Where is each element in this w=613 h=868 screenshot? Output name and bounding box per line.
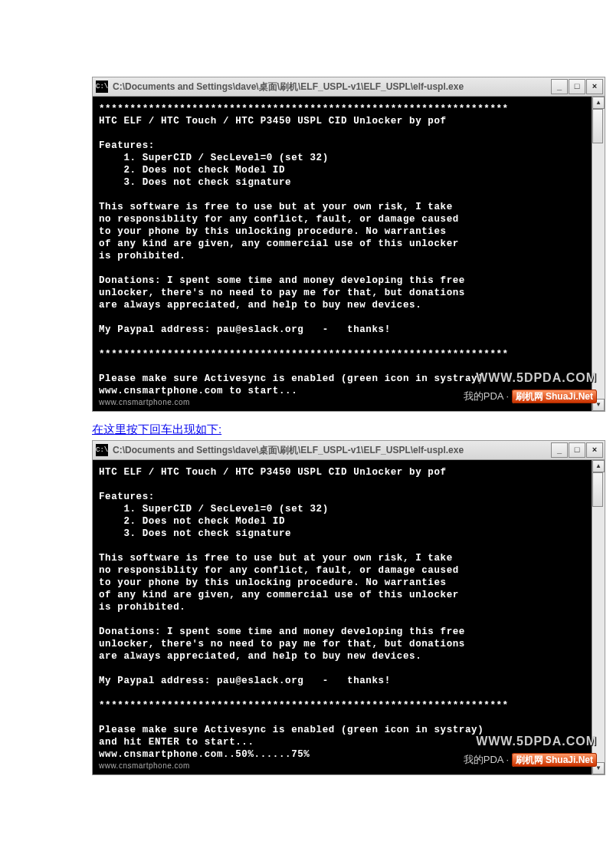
cmd-window-1: C:\ C:\Documents and Settings\dave\桌面\刷机… <box>92 77 605 412</box>
cmd-window-2: C:\ C:\Documents and Settings\dave\桌面\刷机… <box>92 440 605 775</box>
scroll-track[interactable] <box>592 109 605 399</box>
scroll-thumb[interactable] <box>592 109 603 143</box>
close-button[interactable]: × <box>586 79 603 94</box>
window-title: C:\Documents and Settings\dave\桌面\刷机\ELF… <box>113 444 550 457</box>
console-body-2: HTC ELF / HTC Touch / HTC P3450 USPL CID… <box>93 460 605 774</box>
scroll-up-button[interactable]: ▲ <box>592 460 605 472</box>
minimize-button[interactable]: _ <box>551 79 568 94</box>
minimize-button[interactable]: _ <box>551 442 568 458</box>
window-buttons: _ □ × <box>550 442 603 458</box>
close-button[interactable]: × <box>586 442 603 458</box>
scroll-track[interactable] <box>592 472 605 762</box>
scroll-down-button[interactable]: ▼ <box>592 762 605 774</box>
titlebar-1[interactable]: C:\ C:\Documents and Settings\dave\桌面\刷机… <box>93 77 605 97</box>
instruction-text[interactable]: 在这里按下回车出现如下: <box>92 422 221 437</box>
console-output: HTC ELF / HTC Touch / HTC P3450 USPL CID… <box>93 460 592 774</box>
console-body-1: ****************************************… <box>93 97 605 411</box>
titlebar-2[interactable]: C:\ C:\Documents and Settings\dave\桌面\刷机… <box>93 441 605 460</box>
window-title: C:\Documents and Settings\dave\桌面\刷机\ELF… <box>113 81 550 94</box>
scroll-down-button[interactable]: ▼ <box>592 399 605 411</box>
scroll-thumb[interactable] <box>592 472 603 507</box>
scroll-up-button[interactable]: ▲ <box>592 97 605 109</box>
console-output: ****************************************… <box>93 97 592 411</box>
cmd-icon: C:\ <box>96 444 108 456</box>
scrollbar[interactable]: ▲ ▼ <box>592 97 605 411</box>
scrollbar[interactable]: ▲ ▼ <box>592 460 605 774</box>
maximize-button[interactable]: □ <box>569 79 585 94</box>
window-buttons: _ □ × <box>550 79 603 94</box>
maximize-button[interactable]: □ <box>569 442 585 458</box>
cmd-icon: C:\ <box>96 81 108 93</box>
